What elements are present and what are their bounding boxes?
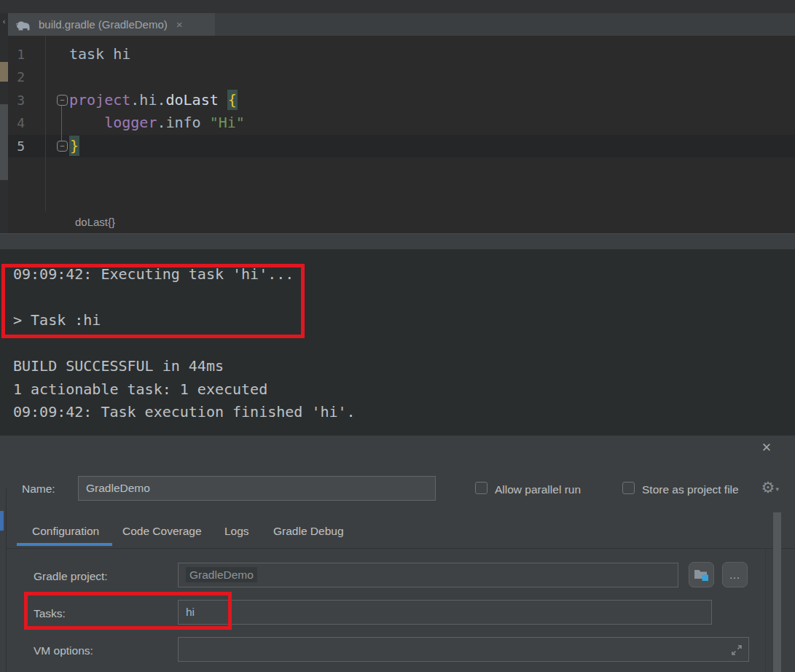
fold-region-line [61,104,62,141]
store-project-file-checkbox[interactable] [622,482,635,494]
line-number-5: 5 [6,135,25,158]
expand-field-icon[interactable] [731,644,743,656]
code-line-4: logger.info "Hi" [69,112,245,135]
tab-configuration[interactable]: Configuration [32,524,99,538]
gear-chevron-icon: ▾ [775,480,779,499]
vm-options-label: VM options: [34,644,93,658]
console-line: 09:09:42: Task execution finished 'hi'. [13,401,356,424]
tab-code-coverage[interactable]: Code Coverage [122,524,202,538]
content-left-border [6,488,7,672]
tab-logs[interactable]: Logs [224,524,249,538]
selection-accent-strip [0,511,4,531]
tab-content-separator [6,548,795,549]
code-line-1: task hi [69,43,130,66]
caret-line-highlight [8,135,795,158]
more-options-button[interactable]: ... [722,562,748,587]
gradle-elephant-icon [15,19,33,31]
name-value: GradleDemo [86,482,150,494]
window-top-chrome [0,0,795,13]
line-number-3: 3 [6,89,25,112]
name-label: Name: [22,482,55,496]
line-number-4: 4 [6,112,25,135]
ellipsis-icon: ... [729,571,740,579]
allow-parallel-checkbox[interactable] [475,482,487,494]
tasks-input[interactable]: hi [178,600,712,625]
store-project-file-label: Store as project file [642,482,739,497]
tab-title: build.gradle (GradleDemo) [39,18,168,31]
gradle-project-input[interactable]: GradleDemo [178,563,678,587]
line-number-1: 1 [6,43,25,66]
dialog-close-icon[interactable]: × [756,437,777,458]
folder-icon [694,568,709,582]
console-line: 09:09:42: Executing task 'hi'... [13,263,294,286]
editor-tab-build-gradle[interactable]: build.gradle (GradleDemo) × [8,13,215,36]
tasks-value: hi [186,606,195,618]
vm-options-input[interactable] [178,637,749,662]
breadcrumb-dolast[interactable]: doLast{} [75,216,115,229]
content-right-border [765,548,766,672]
console-line: 1 actionable task: 1 executed [13,378,267,402]
gear-icon[interactable]: ⚙▾ [758,478,778,497]
allow-parallel-label: Allow parallel run [495,482,581,497]
fold-end-icon[interactable]: − [57,141,68,152]
fold-collapse-icon[interactable]: − [57,95,68,106]
active-tab-underline [17,543,112,546]
code-line-3: project.hi.doLast { [69,89,238,112]
name-input[interactable]: GradleDemo [78,476,436,501]
tab-gradle-debug[interactable]: Gradle Debug [273,524,344,538]
choose-gradle-project-button[interactable] [689,562,714,587]
code-line-5: } [69,135,79,158]
console-line: > Task :hi [13,309,101,332]
line-number-2: 2 [6,66,25,89]
gradle-project-label: Gradle project: [34,569,108,584]
console-line: BUILD SUCCESSFUL in 44ms [13,355,224,378]
panel-splitter[interactable] [0,233,795,249]
ide-window: build.gradle (GradleDemo) × ‹ 1 2 3 4 5 … [0,0,795,672]
dialog-scrollbar-thumb[interactable] [773,512,781,672]
tasks-label: Tasks: [34,606,66,621]
breadcrumb-bar [8,211,795,233]
tab-close-icon[interactable]: × [176,18,183,31]
gradle-project-value: GradleDemo [186,567,257,582]
gutter-separator [45,36,46,211]
stripe-collapse-icon[interactable]: ‹ [0,16,8,26]
